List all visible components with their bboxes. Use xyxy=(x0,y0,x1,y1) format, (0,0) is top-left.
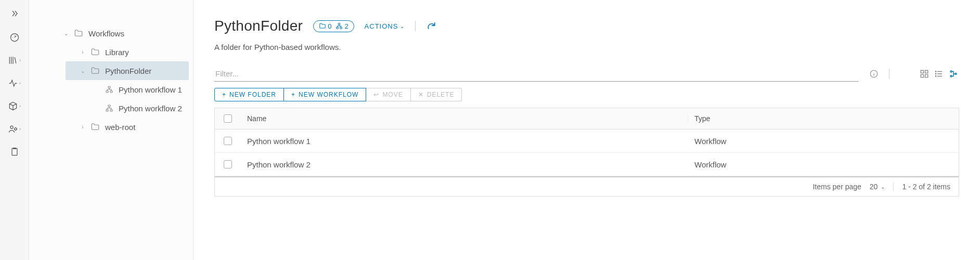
tree-node[interactable]: ⌄PythonFolder xyxy=(66,61,189,80)
refresh-button[interactable] xyxy=(426,21,436,31)
actions-label: ACTIONS xyxy=(365,22,398,30)
svg-point-2 xyxy=(15,128,17,130)
actions-menu[interactable]: ACTIONS ⌄ xyxy=(365,22,405,30)
row-checkbox[interactable] xyxy=(224,137,232,145)
svg-rect-10 xyxy=(339,23,341,25)
tree-node-label: web-root xyxy=(105,123,135,132)
new-workflow-button[interactable]: +NEW WORKFLOW xyxy=(284,88,366,101)
cell-name: Python workflow 2 xyxy=(241,160,688,169)
svg-rect-8 xyxy=(106,110,108,111)
close-icon: ✕ xyxy=(418,91,424,98)
rail-admin[interactable]: › xyxy=(8,124,21,134)
cell-type: Workflow xyxy=(688,137,959,146)
svg-rect-9 xyxy=(110,110,112,111)
chevron-right-icon[interactable]: › xyxy=(80,124,85,130)
svg-point-1 xyxy=(10,126,13,128)
tree-view-toggle[interactable] xyxy=(948,68,959,80)
rail-packages[interactable]: › xyxy=(8,101,21,111)
svg-rect-17 xyxy=(925,75,928,77)
table-footer: Items per page 20 ⌄ 1 - 2 of 2 items xyxy=(215,176,959,196)
column-header-type[interactable]: Type xyxy=(688,114,959,123)
svg-rect-14 xyxy=(921,70,923,73)
tree-root[interactable]: ⌄ Workflows xyxy=(63,24,193,43)
table-row[interactable]: Python workflow 2Workflow xyxy=(215,153,959,176)
svg-rect-15 xyxy=(925,70,928,73)
folder-icon xyxy=(91,47,100,57)
table-row[interactable]: Python workflow 1Workflow xyxy=(215,129,959,153)
content-count-badge: 0 2 xyxy=(313,20,354,32)
rail-dashboard[interactable] xyxy=(9,32,20,43)
folder-icon xyxy=(319,22,326,30)
tree-node-label: PythonFolder xyxy=(105,67,151,75)
folder-description: A folder for Python-based workflows. xyxy=(214,43,959,51)
icon-rail: › › › › xyxy=(0,0,29,260)
chevron-down-icon[interactable]: ⌄ xyxy=(80,68,85,74)
divider xyxy=(889,69,889,79)
divider xyxy=(415,21,416,31)
chevron-down-icon: ⌄ xyxy=(881,184,885,190)
new-folder-button[interactable]: +NEW FOLDER xyxy=(214,88,284,101)
workflow-icon xyxy=(105,85,113,94)
folder-icon xyxy=(91,122,100,132)
folder-icon xyxy=(74,29,83,38)
move-icon: ↩ xyxy=(373,91,379,98)
rail-library[interactable]: › xyxy=(8,55,21,66)
svg-point-22 xyxy=(950,75,952,77)
list-view-toggle[interactable] xyxy=(933,68,945,80)
svg-rect-7 xyxy=(108,105,110,107)
tree-node-label: Python workflow 2 xyxy=(119,104,182,113)
chevron-down-icon: ⌄ xyxy=(400,23,405,29)
page-title: PythonFolder xyxy=(214,18,303,34)
pagination-range: 1 - 2 of 2 items xyxy=(902,183,950,191)
items-table: Name Type Python workflow 1WorkflowPytho… xyxy=(214,108,959,197)
tree-root-label: Workflows xyxy=(88,29,124,38)
column-header-name[interactable]: Name xyxy=(241,114,688,123)
cell-type: Workflow xyxy=(688,160,959,169)
chevron-right-icon: › xyxy=(19,126,21,132)
svg-rect-4 xyxy=(108,86,110,88)
cell-name: Python workflow 1 xyxy=(241,137,688,146)
tree-node[interactable]: ›Library xyxy=(66,43,193,61)
filter-input[interactable] xyxy=(214,66,859,82)
tree-node[interactable]: Python workflow 2 xyxy=(66,99,193,118)
folder-icon xyxy=(91,66,100,75)
tree-node[interactable]: ›web-root xyxy=(66,118,193,136)
action-toolbar: +NEW FOLDER +NEW WORKFLOW ↩MOVE ✕DELETE xyxy=(214,88,959,101)
svg-rect-6 xyxy=(110,91,112,93)
table-header: Name Type xyxy=(215,108,959,129)
expand-rail-icon[interactable] xyxy=(8,7,21,20)
main-content: PythonFolder 0 2 ACTIONS ⌄ A folder for xyxy=(194,0,980,260)
svg-point-19 xyxy=(935,73,936,74)
svg-point-20 xyxy=(935,76,936,77)
folder-count: 0 xyxy=(328,22,331,30)
tree-node[interactable]: Python workflow 1 xyxy=(66,80,193,99)
info-icon[interactable] xyxy=(869,69,879,79)
svg-point-23 xyxy=(955,73,957,75)
svg-rect-12 xyxy=(340,27,342,29)
tree-panel: ⌄ Workflows ›Library⌄PythonFolderPython … xyxy=(29,0,194,260)
svg-rect-16 xyxy=(921,75,923,77)
page-header: PythonFolder 0 2 ACTIONS ⌄ xyxy=(214,18,959,34)
items-per-page-label: Items per page xyxy=(813,183,861,191)
svg-rect-5 xyxy=(106,91,108,93)
card-view-toggle[interactable] xyxy=(919,68,930,80)
page-size-selector[interactable]: 20 ⌄ xyxy=(870,183,894,191)
plus-icon: + xyxy=(222,91,226,98)
plus-icon: + xyxy=(291,91,295,98)
svg-rect-3 xyxy=(12,148,17,155)
select-all-checkbox[interactable] xyxy=(224,114,232,123)
row-checkbox[interactable] xyxy=(224,160,232,168)
workflow-tree: ⌄ Workflows ›Library⌄PythonFolderPython … xyxy=(29,5,193,136)
workflow-count: 2 xyxy=(344,22,348,30)
delete-button: ✕DELETE xyxy=(411,88,462,101)
chevron-down-icon[interactable]: ⌄ xyxy=(63,31,69,36)
tree-node-label: Library xyxy=(105,48,129,57)
rail-activity[interactable]: › xyxy=(8,78,21,88)
move-button: ↩MOVE xyxy=(366,88,410,101)
rail-inventory[interactable] xyxy=(9,147,20,157)
svg-point-18 xyxy=(935,71,936,72)
workflow-icon xyxy=(105,104,113,112)
chevron-right-icon[interactable]: › xyxy=(80,49,85,55)
svg-point-21 xyxy=(950,71,952,72)
chevron-right-icon: › xyxy=(19,103,21,109)
